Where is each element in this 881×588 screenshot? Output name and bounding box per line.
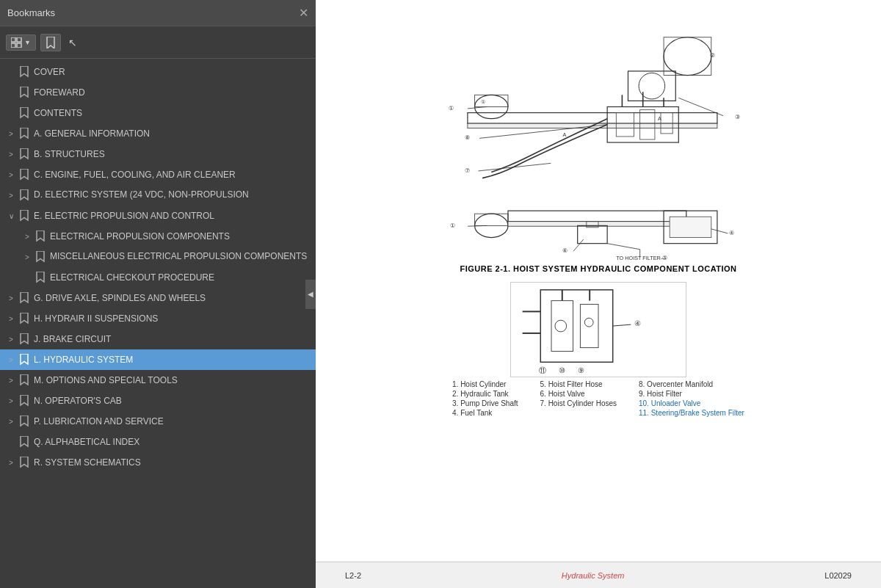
svg-text:A: A xyxy=(562,131,566,138)
legend-item-10: 10. Unloader Valve xyxy=(639,399,744,407)
svg-text:⑨: ⑨ xyxy=(578,366,584,374)
bookmark-label: H. HYDRAIR II SUSPENSIONS xyxy=(34,313,310,324)
svg-text:A: A xyxy=(658,115,661,122)
bookmark-item-engine[interactable]: >C. ENGINE, FUEL, COOLING, AND AIR CLEAN… xyxy=(0,164,316,185)
expand-arrow[interactable]: > xyxy=(6,355,16,365)
legend-item-1: 1. Hoist Cylinder xyxy=(452,380,518,388)
expand-arrow[interactable]: > xyxy=(22,231,32,242)
bookmark-list[interactable]: COVERFOREWARDCONTENTS>A. GENERAL INFORMA… xyxy=(0,59,316,588)
bookmark-flag-icon xyxy=(19,107,29,119)
bookmark-item-schematics[interactable]: >R. SYSTEM SCHEMATICS xyxy=(0,452,316,473)
bookmark-flag-icon xyxy=(19,313,29,324)
svg-text:⑧: ⑧ xyxy=(465,134,470,141)
expand-arrow[interactable]: > xyxy=(6,128,16,139)
toolbar: ▼ ↖ xyxy=(0,26,316,59)
legend-item-4: 4. Fuel Tank xyxy=(452,409,518,417)
legend-item-3: 3. Pump Drive Shaft xyxy=(452,399,518,407)
bookmark-label: R. SYSTEM SCHEMATICS xyxy=(34,457,310,468)
legend-col-2: 5. Hoist Filter Hose 6. Hoist Valve 7. H… xyxy=(540,380,617,417)
bookmark-label: CONTENTS xyxy=(34,108,310,118)
bookmark-item-electric24[interactable]: >D. ELECTRIC SYSTEM (24 VDC, NON-PROPULS… xyxy=(0,185,316,206)
bookmark-label: G. DRIVE AXLE, SPINDLES AND WHEELS xyxy=(34,293,310,303)
bookmark-label: L. HYDRAULIC SYSTEM xyxy=(34,355,310,365)
bookmark-flag-icon xyxy=(19,415,29,427)
close-button[interactable]: ✕ xyxy=(299,7,308,19)
bookmark-item-misc-elec[interactable]: >MISCELLANEOUS ELECTRICAL PROPULSION COM… xyxy=(0,247,316,267)
bookmark-flag-icon xyxy=(19,128,29,139)
expand-arrow[interactable]: > xyxy=(6,170,16,180)
footer-center: Hydraulic System xyxy=(562,571,625,580)
bookmark-label: N. OPERATOR'S CAB xyxy=(34,396,310,406)
collapse-panel-button[interactable]: ◀ xyxy=(305,280,316,309)
bookmark-item-operatorscab[interactable]: >N. OPERATOR'S CAB xyxy=(0,391,316,411)
bookmark-flag-icon xyxy=(19,457,29,468)
expand-arrow[interactable]: > xyxy=(6,313,16,324)
bookmark-flag-icon xyxy=(35,231,46,242)
svg-text:①: ① xyxy=(450,222,455,229)
figure-legend: 1. Hoist Cylinder 2. Hydraulic Tank 3. P… xyxy=(452,380,744,417)
svg-text:⑪: ⑪ xyxy=(539,366,546,374)
svg-text:⑥: ⑥ xyxy=(562,247,568,254)
legend-item-9: 9. Hoist Filter xyxy=(639,390,744,398)
bookmark-item-hydrair[interactable]: >H. HYDRAIR II SUSPENSIONS xyxy=(0,308,316,329)
legend-item-2: 2. Hydraulic Tank xyxy=(452,390,518,398)
bookmark-label: MISCELLANEOUS ELECTRICAL PROPULSION COMP… xyxy=(50,251,310,263)
svg-text:④: ④ xyxy=(729,230,734,236)
footer-left: L2-2 xyxy=(345,571,361,580)
bookmark-item-elec-components[interactable]: >ELECTRICAL PROPULSION COMPONENTS xyxy=(0,226,316,247)
bookmark-item-contents[interactable]: CONTENTS xyxy=(0,103,316,123)
bookmark-item-options[interactable]: >M. OPTIONS AND SPECIAL TOOLS xyxy=(0,370,316,391)
expand-arrow[interactable]: > xyxy=(6,457,16,468)
expand-arrow[interactable]: > xyxy=(6,190,16,200)
bookmark-item-alphaidx[interactable]: Q. ALPHABETICAL INDEX xyxy=(0,432,316,452)
figure-title: FIGURE 2-1. HOIST SYSTEM HYDRAULIC COMPO… xyxy=(460,264,736,273)
legend-col-3: 8. Overcenter Manifold 9. Hoist Filter 1… xyxy=(639,380,744,417)
expand-arrow[interactable]: > xyxy=(6,293,16,303)
svg-text:TO HOIST FILTER—: TO HOIST FILTER— xyxy=(616,255,667,261)
bookmark-label: ELECTRICAL CHECKOUT PROCEDURE xyxy=(50,272,310,283)
left-panel: Bookmarks ✕ ▼ ↖ COVERFOREWARDCONTENTS>A.… xyxy=(0,0,316,588)
bookmark-flag-icon xyxy=(19,436,29,448)
bookmark-flag-icon xyxy=(19,333,29,345)
bookmark-item-electricprop[interactable]: ∨E. ELECTRIC PROPULSION AND CONTROL xyxy=(0,206,316,226)
bookmark-label: D. ELECTRIC SYSTEM (24 VDC, NON-PROPULSI… xyxy=(34,189,310,201)
bookmark-flag-icon xyxy=(19,66,29,78)
bookmark-item-driveaxle[interactable]: >G. DRIVE AXLE, SPINDLES AND WHEELS xyxy=(0,288,316,308)
diagram-area: ① ① ② ③ xyxy=(345,15,852,554)
expand-arrow[interactable]: > xyxy=(22,252,32,262)
bookmark-item-brake[interactable]: >J. BRAKE CIRCUIT xyxy=(0,329,316,349)
expand-arrow[interactable]: > xyxy=(6,334,16,344)
bookmark-item-lubrication[interactable]: >P. LUBRICATION AND SERVICE xyxy=(0,411,316,432)
expand-arrow[interactable]: > xyxy=(6,149,16,159)
svg-text:③: ③ xyxy=(735,114,740,120)
expand-arrow[interactable]: ∨ xyxy=(6,211,16,221)
bookmark-item-general[interactable]: >A. GENERAL INFORMATION xyxy=(0,123,316,144)
svg-rect-1 xyxy=(17,37,21,42)
bookmark-item-foreward[interactable]: FOREWARD xyxy=(0,82,316,103)
legend-item-7: 7. Hoist Cylinder Hoses xyxy=(540,399,617,407)
svg-rect-45 xyxy=(670,217,711,237)
bookmark-item-hydraulic[interactable]: >L. HYDRAULIC SYSTEM xyxy=(0,349,316,370)
bookmark-label: M. OPTIONS AND SPECIAL TOOLS xyxy=(34,375,310,385)
cursor-icon: ↖ xyxy=(68,37,77,48)
dropdown-arrow: ▼ xyxy=(24,39,31,46)
bookmark-label: ELECTRICAL PROPULSION COMPONENTS xyxy=(50,231,310,242)
footer-right: L02029 xyxy=(824,571,852,580)
bookmark-label: A. GENERAL INFORMATION xyxy=(34,128,310,139)
toolbar-grid-button[interactable]: ▼ xyxy=(6,35,36,51)
expand-arrow[interactable]: > xyxy=(6,396,16,406)
bookmark-flag-icon xyxy=(19,189,29,201)
bookmark-flag-icon xyxy=(35,251,46,263)
bookmark-item-elec-checkout[interactable]: ELECTRICAL CHECKOUT PROCEDURE xyxy=(0,267,316,288)
legend-col-1: 1. Hoist Cylinder 2. Hydraulic Tank 3. P… xyxy=(452,380,518,417)
bookmark-label: C. ENGINE, FUEL, COOLING, AND AIR CLEANE… xyxy=(34,170,310,180)
grid-icon xyxy=(11,37,23,48)
expand-arrow[interactable]: > xyxy=(6,375,16,385)
bookmark-item-structures[interactable]: >B. STRUCTURES xyxy=(0,144,316,164)
bookmark-item-cover[interactable]: COVER xyxy=(0,62,316,82)
expand-arrow[interactable]: > xyxy=(6,416,16,427)
toolbar-bookmark-button[interactable] xyxy=(40,34,61,51)
bookmark-label: B. STRUCTURES xyxy=(34,149,310,159)
bookmark-flag-icon xyxy=(19,148,29,160)
bookmark-flag-icon xyxy=(19,210,29,222)
